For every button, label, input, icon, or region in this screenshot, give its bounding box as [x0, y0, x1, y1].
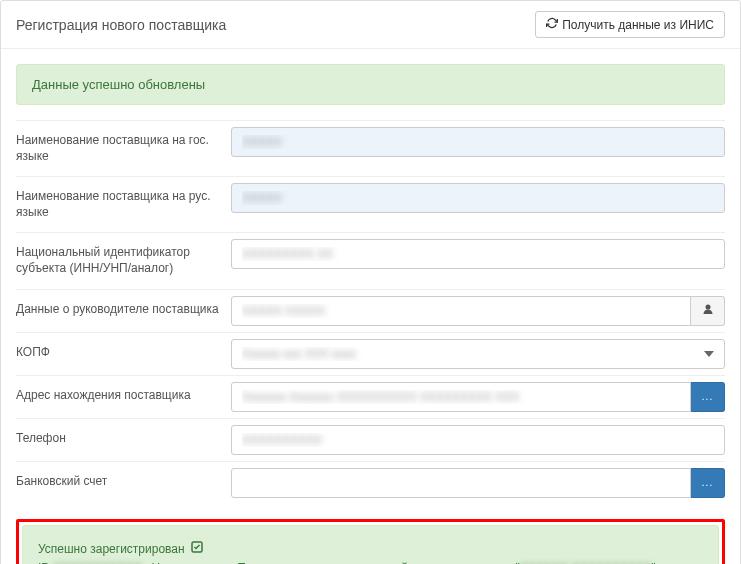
svg-point-0 — [705, 305, 710, 310]
input-address[interactable] — [231, 382, 691, 412]
refresh-inis-label: Получить данные из ИНИС — [562, 18, 714, 32]
input-bank[interactable] — [231, 468, 691, 498]
person-icon — [702, 303, 714, 318]
ellipsis-icon: ... — [702, 477, 713, 488]
input-manager[interactable] — [231, 296, 691, 326]
input-phone[interactable] — [231, 425, 725, 455]
row-national-id: Национальный идентификатор субъекта (ИНН… — [16, 232, 725, 288]
page-title: Регистрация нового поставщика — [16, 17, 226, 33]
input-name-rus[interactable] — [231, 183, 725, 213]
row-phone: Телефон — [16, 418, 725, 461]
input-national-id[interactable] — [231, 239, 725, 269]
label-manager: Данные о руководителе поставщика — [16, 296, 231, 326]
panel-body: Данные успешно обновлены Наименование по… — [1, 49, 740, 564]
row-manager: Данные о руководителе поставщика — [16, 289, 725, 332]
label-address: Адрес нахождения поставщика — [16, 382, 231, 412]
row-bank: Банковский счет ... — [16, 461, 725, 504]
label-name-rus: Наименование поставщика на рус. языке — [16, 183, 231, 226]
row-address: Адрес нахождения поставщика ... — [16, 375, 725, 418]
bank-action-button[interactable]: ... — [691, 468, 725, 498]
select-kopf[interactable]: Xxxxxx xxx XXX xxxx — [231, 339, 725, 369]
label-bank: Банковский счет — [16, 468, 231, 498]
refresh-inis-button[interactable]: Получить данные из ИНИС — [535, 11, 725, 38]
supplier-registration-panel: Регистрация нового поставщика Получить д… — [0, 0, 741, 564]
label-phone: Телефон — [16, 425, 231, 455]
address-action-button[interactable]: ... — [691, 382, 725, 412]
ellipsis-icon: ... — [702, 391, 713, 402]
input-name-gov[interactable] — [231, 127, 725, 157]
alert-updated: Данные успешно обновлены — [16, 64, 725, 105]
row-name-rus: Наименование поставщика на рус. языке — [16, 176, 725, 232]
check-icon — [191, 542, 203, 556]
alert-registered: Успешно зарегистрирован ID XXXXXXXXXXX ,… — [22, 525, 719, 564]
panel-header: Регистрация нового поставщика Получить д… — [1, 1, 740, 49]
label-national-id: Национальный идентификатор субъекта (ИНН… — [16, 239, 231, 282]
label-name-gov: Наименование поставщика на гос. языке — [16, 127, 231, 170]
manager-lookup-button[interactable] — [691, 296, 725, 326]
highlight-registration-success: Успешно зарегистрирован ID XXXXXXXXXXX ,… — [16, 519, 725, 564]
label-kopf: КОПФ — [16, 339, 231, 369]
refresh-icon — [546, 17, 558, 32]
registered-prefix: Успешно зарегистрирован — [38, 542, 185, 556]
row-name-gov: Наименование поставщика на гос. языке — [16, 120, 725, 176]
row-kopf: КОПФ Xxxxxx xxx XXX xxxx — [16, 332, 725, 375]
